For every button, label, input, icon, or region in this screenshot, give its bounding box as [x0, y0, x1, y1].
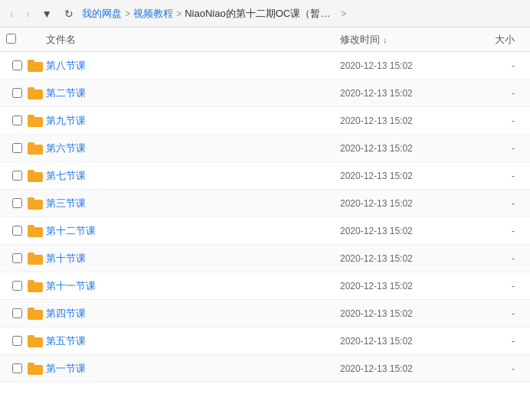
row-modified: 2020-12-13 15:02 [340, 88, 478, 99]
row-size: - [478, 60, 524, 71]
row-check-cell[interactable] [6, 226, 28, 236]
row-check-cell[interactable] [6, 336, 28, 346]
row-check-cell[interactable] [6, 281, 28, 291]
row-check-cell[interactable] [6, 308, 28, 318]
row-checkbox[interactable] [12, 88, 22, 98]
row-name[interactable]: 第五节课 [46, 334, 340, 348]
table-row[interactable]: 第七节课 2020-12-13 15:02 - [0, 162, 530, 190]
row-name[interactable]: 第三节课 [46, 197, 340, 210]
table-row[interactable]: 第六节课 2020-12-13 15:02 - [0, 135, 530, 162]
row-checkbox[interactable] [12, 281, 22, 291]
row-name[interactable]: 第十节课 [46, 252, 340, 265]
row-checkbox[interactable] [12, 143, 22, 153]
row-checkbox[interactable] [12, 336, 22, 346]
row-icon-cell [28, 197, 46, 210]
row-modified: 2020-12-13 15:02 [340, 363, 478, 374]
row-modified: 2020-12-13 15:02 [340, 253, 478, 264]
row-size: - [478, 198, 524, 209]
select-all-checkbox[interactable] [6, 34, 16, 44]
row-icon-cell [28, 170, 46, 182]
row-modified: 2020-12-13 15:02 [340, 281, 478, 291]
back-button[interactable]: ‹ [6, 6, 18, 21]
row-checkbox[interactable] [12, 198, 22, 208]
table-row[interactable]: 第十二节课 2020-12-13 15:02 - [0, 217, 530, 245]
row-size: - [478, 226, 524, 236]
row-checkbox[interactable] [12, 171, 22, 181]
table-row[interactable]: 第十一节课 2020-12-13 15:02 - [0, 272, 530, 300]
dropdown-button[interactable]: ▼ [38, 6, 56, 21]
row-checkbox[interactable] [12, 253, 22, 263]
row-size: - [478, 253, 524, 264]
row-modified: 2020-12-13 15:02 [340, 171, 478, 181]
folder-icon [28, 308, 43, 320]
row-name[interactable]: 第一节课 [46, 362, 340, 376]
row-check-cell[interactable] [6, 171, 28, 181]
breadcrumb: 我的网盘 > 视频教程 > NiaoNiao的第十二期OC课（暂无素材） > [82, 7, 524, 21]
folder-icon [28, 335, 43, 347]
refresh-button[interactable]: ↻ [61, 6, 77, 21]
row-icon-cell [28, 280, 46, 292]
row-modified: 2020-12-13 15:02 [340, 116, 478, 126]
header-modified[interactable]: 修改时间 ↓ [340, 33, 478, 47]
row-size: - [478, 281, 524, 291]
row-icon-cell [28, 252, 46, 265]
table-row[interactable]: 第十节课 2020-12-13 15:02 - [0, 245, 530, 272]
row-check-cell[interactable] [6, 253, 28, 263]
folder-icon [28, 225, 43, 237]
row-name[interactable]: 第十一节课 [46, 279, 340, 293]
table-row[interactable]: 第八节课 2020-12-13 15:02 - [0, 52, 530, 80]
row-name[interactable]: 第四节课 [46, 307, 340, 321]
row-checkbox[interactable] [12, 226, 22, 236]
row-checkbox[interactable] [12, 308, 22, 318]
row-modified: 2020-12-13 15:02 [340, 60, 478, 71]
row-icon-cell [28, 60, 46, 72]
table-row[interactable]: 第三节课 2020-12-13 15:02 - [0, 190, 530, 217]
row-size: - [478, 116, 524, 126]
row-name[interactable]: 第二节课 [46, 86, 340, 100]
row-modified: 2020-12-13 15:02 [340, 198, 478, 209]
breadcrumb-item-current: NiaoNiao的第十二期OC课（暂无素材） [185, 7, 338, 21]
row-check-cell[interactable] [6, 143, 28, 153]
row-name[interactable]: 第七节课 [46, 169, 340, 183]
row-checkbox[interactable] [12, 60, 22, 70]
breadcrumb-sep-2: > [176, 8, 182, 19]
row-icon-cell [28, 363, 46, 375]
breadcrumb-sep-1: > [125, 8, 130, 19]
row-checkbox[interactable] [12, 116, 22, 125]
folder-icon [28, 170, 43, 182]
header-name[interactable]: 文件名 [46, 33, 340, 47]
row-name[interactable]: 第九节课 [46, 114, 340, 128]
row-name[interactable]: 第十二节课 [46, 224, 340, 238]
toolbar: ‹ › ▼ ↻ 我的网盘 > 视频教程 > NiaoNiao的第十二期OC课（暂… [0, 0, 530, 28]
header-check[interactable] [6, 34, 28, 46]
breadcrumb-trailing-arrow: > [341, 8, 346, 19]
row-name[interactable]: 第八节课 [46, 59, 340, 73]
table-row[interactable]: 第一节课 2020-12-13 15:02 - [0, 355, 530, 383]
folder-icon [28, 252, 43, 265]
row-checkbox[interactable] [12, 363, 22, 373]
forward-button[interactable]: › [22, 6, 34, 21]
breadcrumb-item-root[interactable]: 我的网盘 [82, 7, 122, 21]
row-check-cell[interactable] [6, 198, 28, 208]
table-row[interactable]: 第四节课 2020-12-13 15:02 - [0, 300, 530, 327]
column-header: 文件名 修改时间 ↓ 大小 [0, 28, 530, 52]
row-name[interactable]: 第六节课 [46, 142, 340, 155]
folder-icon [28, 60, 43, 72]
row-icon-cell [28, 335, 46, 347]
row-size: - [478, 336, 524, 347]
folder-icon [28, 197, 43, 210]
row-size: - [478, 363, 524, 374]
table-row[interactable]: 第五节课 2020-12-13 15:02 - [0, 327, 530, 355]
table-row[interactable]: 第九节课 2020-12-13 15:02 - [0, 107, 530, 135]
row-check-cell[interactable] [6, 88, 28, 98]
row-modified: 2020-12-13 15:02 [340, 336, 478, 347]
header-size[interactable]: 大小 [478, 33, 524, 47]
row-check-cell[interactable] [6, 116, 28, 125]
row-check-cell[interactable] [6, 60, 28, 70]
table-row[interactable]: 第二节课 2020-12-13 15:02 - [0, 80, 530, 107]
breadcrumb-item-videos[interactable]: 视频教程 [133, 7, 173, 21]
row-icon-cell [28, 87, 46, 99]
row-modified: 2020-12-13 15:02 [340, 143, 478, 154]
folder-icon [28, 142, 43, 155]
row-check-cell[interactable] [6, 363, 28, 373]
